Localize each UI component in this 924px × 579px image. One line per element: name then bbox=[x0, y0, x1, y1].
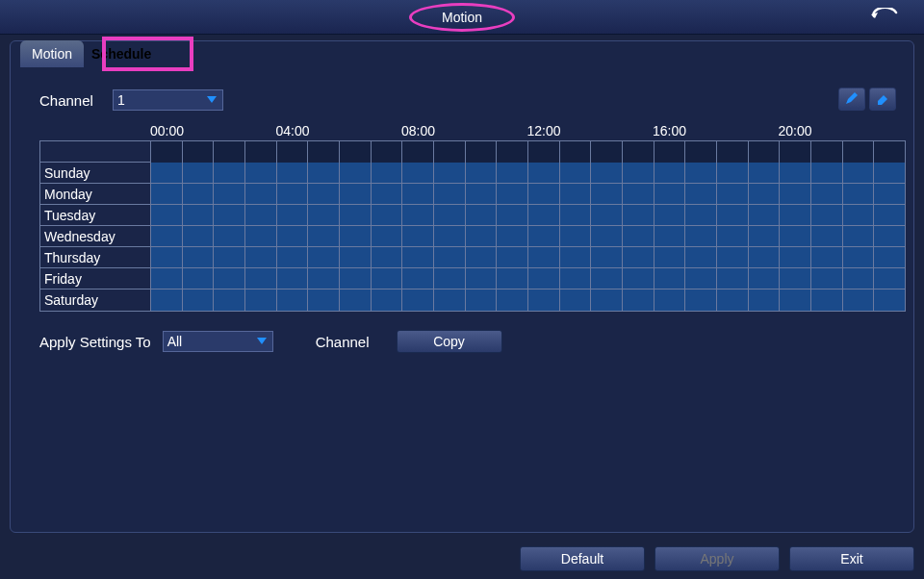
tab-motion[interactable]: Motion bbox=[20, 40, 84, 67]
schedule-cell[interactable] bbox=[591, 290, 623, 311]
schedule-cell[interactable] bbox=[528, 184, 560, 204]
schedule-cell[interactable] bbox=[340, 184, 372, 204]
schedule-cell[interactable] bbox=[340, 163, 372, 183]
schedule-cell[interactable] bbox=[811, 163, 843, 183]
schedule-cell[interactable] bbox=[466, 205, 498, 225]
schedule-cell[interactable] bbox=[811, 184, 843, 204]
schedule-cell[interactable] bbox=[402, 226, 434, 246]
schedule-cell[interactable] bbox=[811, 268, 843, 289]
schedule-cell[interactable] bbox=[308, 205, 340, 225]
schedule-cell[interactable] bbox=[560, 205, 592, 225]
schedule-cell[interactable] bbox=[811, 205, 843, 225]
schedule-cell[interactable] bbox=[591, 163, 623, 183]
schedule-cell[interactable] bbox=[685, 290, 717, 311]
schedule-cell[interactable] bbox=[717, 268, 749, 289]
schedule-cell[interactable] bbox=[245, 247, 277, 267]
schedule-cell[interactable] bbox=[372, 226, 403, 246]
tab-schedule[interactable]: Schedule bbox=[84, 40, 159, 67]
schedule-cell[interactable] bbox=[528, 247, 560, 267]
schedule-cell[interactable] bbox=[749, 205, 781, 225]
schedule-cell[interactable] bbox=[780, 184, 811, 204]
schedule-cell[interactable] bbox=[780, 163, 811, 183]
schedule-cell[interactable] bbox=[874, 205, 905, 225]
schedule-cell[interactable] bbox=[843, 290, 875, 311]
schedule-cell[interactable] bbox=[214, 247, 245, 267]
schedule-cell[interactable] bbox=[402, 205, 434, 225]
schedule-grid[interactable]: SundayMondayTuesdayWednesdayThursdayFrid… bbox=[39, 140, 906, 312]
apply-target-dropdown[interactable]: All bbox=[163, 331, 273, 352]
schedule-cell[interactable] bbox=[214, 205, 245, 225]
default-button[interactable]: Default bbox=[520, 546, 645, 571]
schedule-cell[interactable] bbox=[372, 268, 403, 289]
schedule-cell[interactable] bbox=[749, 268, 781, 289]
pencil-edit-button[interactable] bbox=[838, 88, 865, 111]
schedule-cell[interactable] bbox=[466, 184, 498, 204]
schedule-cell[interactable] bbox=[654, 184, 686, 204]
schedule-cell[interactable] bbox=[372, 290, 403, 311]
schedule-cell[interactable] bbox=[402, 268, 434, 289]
schedule-cell[interactable] bbox=[623, 290, 654, 311]
schedule-cell[interactable] bbox=[214, 184, 245, 204]
schedule-cell[interactable] bbox=[654, 268, 686, 289]
schedule-cell[interactable] bbox=[497, 226, 528, 246]
channel-dropdown[interactable]: 1 bbox=[113, 89, 223, 111]
schedule-cell[interactable] bbox=[811, 226, 843, 246]
schedule-cell[interactable] bbox=[308, 226, 340, 246]
schedule-cell[interactable] bbox=[308, 247, 340, 267]
schedule-cell[interactable] bbox=[402, 290, 434, 311]
schedule-cell[interactable] bbox=[466, 163, 498, 183]
schedule-cell[interactable] bbox=[245, 268, 277, 289]
schedule-cell[interactable] bbox=[717, 205, 749, 225]
schedule-cell[interactable] bbox=[183, 226, 215, 246]
schedule-cell[interactable] bbox=[245, 290, 277, 311]
schedule-cell[interactable] bbox=[717, 184, 749, 204]
schedule-cell[interactable] bbox=[340, 268, 372, 289]
schedule-cell[interactable] bbox=[151, 226, 183, 246]
schedule-cell[interactable] bbox=[497, 247, 528, 267]
schedule-cell[interactable] bbox=[717, 226, 749, 246]
schedule-cell[interactable] bbox=[528, 268, 560, 289]
schedule-cell[interactable] bbox=[749, 290, 781, 311]
schedule-cell[interactable] bbox=[151, 247, 183, 267]
schedule-cell[interactable] bbox=[843, 184, 875, 204]
schedule-cell[interactable] bbox=[685, 163, 717, 183]
copy-button[interactable]: Copy bbox=[397, 330, 502, 353]
schedule-cell[interactable] bbox=[402, 163, 434, 183]
schedule-cell[interactable] bbox=[466, 226, 498, 246]
schedule-cell[interactable] bbox=[497, 268, 528, 289]
schedule-cell[interactable] bbox=[277, 226, 309, 246]
schedule-cell[interactable] bbox=[214, 226, 245, 246]
schedule-cell[interactable] bbox=[560, 226, 592, 246]
schedule-cell[interactable] bbox=[717, 247, 749, 267]
schedule-cell[interactable] bbox=[560, 247, 592, 267]
schedule-cell[interactable] bbox=[874, 247, 905, 267]
schedule-cell[interactable] bbox=[277, 184, 309, 204]
schedule-cell[interactable] bbox=[497, 184, 528, 204]
schedule-cell[interactable] bbox=[874, 226, 905, 246]
schedule-cell[interactable] bbox=[717, 163, 749, 183]
schedule-cell[interactable] bbox=[623, 226, 654, 246]
schedule-cell[interactable] bbox=[434, 205, 466, 225]
schedule-cell[interactable] bbox=[623, 163, 654, 183]
schedule-cell[interactable] bbox=[151, 268, 183, 289]
schedule-cell[interactable] bbox=[151, 290, 183, 311]
schedule-cell[interactable] bbox=[466, 268, 498, 289]
schedule-cell[interactable] bbox=[654, 205, 686, 225]
schedule-cell[interactable] bbox=[874, 290, 905, 311]
schedule-cell[interactable] bbox=[780, 268, 811, 289]
schedule-cell[interactable] bbox=[780, 290, 811, 311]
schedule-cell[interactable] bbox=[183, 184, 215, 204]
schedule-cell[interactable] bbox=[874, 163, 905, 183]
schedule-cell[interactable] bbox=[214, 163, 245, 183]
schedule-cell[interactable] bbox=[749, 184, 781, 204]
schedule-cell[interactable] bbox=[372, 163, 403, 183]
schedule-cell[interactable] bbox=[874, 268, 905, 289]
schedule-cell[interactable] bbox=[183, 205, 215, 225]
schedule-cell[interactable] bbox=[434, 163, 466, 183]
schedule-cell[interactable] bbox=[308, 268, 340, 289]
schedule-cell[interactable] bbox=[151, 184, 183, 204]
schedule-cell[interactable] bbox=[874, 184, 905, 204]
schedule-cell[interactable] bbox=[434, 247, 466, 267]
schedule-cell[interactable] bbox=[308, 290, 340, 311]
schedule-cell[interactable] bbox=[780, 247, 811, 267]
